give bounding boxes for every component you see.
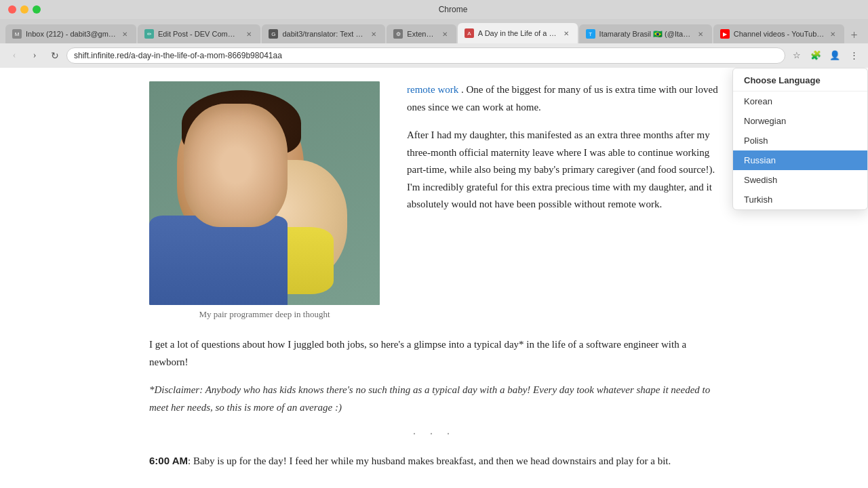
browser-chrome: Chrome M Inbox (212) - dabit3@gmail.co..… (0, 0, 868, 68)
address-bar[interactable]: shift.infinite.red/a-day-in-the-life-of-… (66, 47, 785, 64)
tab-favicon-itamaraty: T (586, 29, 595, 39)
tab-favicon-translator: G (269, 29, 278, 39)
time-text: : Baby is up for the day! I feed her whi… (188, 455, 671, 466)
tab-close-extensions[interactable]: ✕ (440, 29, 450, 39)
language-item-swedish[interactable]: Swedish (733, 170, 867, 190)
page-content: My pair programmer deep in thought remot… (0, 68, 868, 488)
tab-favicon-inbox: M (12, 29, 22, 39)
tab-close-inbox[interactable]: ✕ (120, 29, 130, 39)
tab-article[interactable]: A A Day in the Life of a Mom... ✕ (458, 23, 578, 43)
tab-itamaraty[interactable]: T Itamaraty Brasil 🇧🇷 (@Itamaral... ✕ (579, 24, 712, 43)
new-tab-button[interactable]: + (846, 27, 863, 43)
nav-bar: ‹ › ↻ shift.infinite.red/a-day-in-the-li… (0, 43, 868, 68)
maximize-button[interactable] (33, 5, 41, 14)
main-paragraph: After I had my daughter, this manifested… (407, 127, 719, 214)
window-title: Chrome (46, 5, 860, 14)
article-image (149, 81, 380, 305)
juggling-paragraph: I get a lot of questions about how I jug… (149, 336, 719, 371)
image-container: My pair programmer deep in thought (149, 81, 380, 320)
refresh-button[interactable]: ↻ (46, 47, 64, 64)
tab-extensions[interactable]: ⚙ Extensions ✕ (387, 24, 456, 43)
divider: · · · (149, 427, 719, 441)
time-label: 6:00 AM (149, 455, 188, 466)
dropdown-title: Choose Language (733, 68, 867, 92)
language-item-norwegian[interactable]: Norwegian (733, 111, 867, 131)
tab-close-itamaraty[interactable]: ✕ (696, 29, 705, 39)
tab-youtube[interactable]: ▶ Channel videos - YouTube Stu... ✕ (713, 24, 845, 43)
forward-button[interactable]: › (26, 47, 43, 64)
nav-icons: ☆ 🧩 👤 ⋮ (788, 47, 863, 64)
menu-icon[interactable]: ⋮ (845, 47, 863, 64)
tab-label-itamaraty: Itamaraty Brasil 🇧🇷 (@Itamaral... (599, 30, 692, 39)
tab-inbox[interactable]: M Inbox (212) - dabit3@gmail.co... ✕ (5, 24, 136, 43)
time-entry: 6:00 AM: Baby is up for the day! I feed … (149, 452, 719, 470)
tab-close-youtube[interactable]: ✕ (828, 29, 837, 39)
extension-icon[interactable]: 🧩 (807, 47, 825, 64)
tab-favicon-youtube: ▶ (720, 29, 730, 39)
image-caption: My pair programmer deep in thought (149, 309, 380, 320)
tab-favicon-article: A (465, 28, 474, 38)
article-layout: My pair programmer deep in thought remot… (149, 81, 719, 320)
tab-edit[interactable]: ✏ Edit Post - DEV Community... ✕ (138, 24, 260, 43)
tab-close-edit[interactable]: ✕ (244, 29, 254, 39)
tab-label-translator: dabit3/translator: Text transl... (282, 30, 365, 38)
traffic-lights (8, 5, 41, 14)
minimize-button[interactable] (20, 5, 28, 14)
tab-label-youtube: Channel videos - YouTube Stu... (734, 30, 825, 38)
language-item-polish[interactable]: Polish (733, 131, 867, 150)
language-item-russian[interactable]: Russian (733, 150, 867, 170)
close-button[interactable] (8, 5, 16, 14)
tab-close-article[interactable]: ✕ (561, 28, 571, 38)
tab-label-article: A Day in the Life of a Mom... (478, 29, 557, 37)
account-icon[interactable]: 👤 (826, 47, 844, 64)
tab-close-translator[interactable]: ✕ (369, 29, 378, 39)
title-bar: Chrome (0, 0, 868, 19)
tab-label-extensions: Extensions (407, 30, 436, 38)
disclaimer-paragraph: *Disclaimer: Anybody who has kids knows … (149, 382, 719, 416)
tabs-bar: M Inbox (212) - dabit3@gmail.co... ✕ ✏ E… (0, 19, 868, 43)
tab-favicon-extensions: ⚙ (393, 29, 403, 39)
language-dropdown: Choose Language Korean Norwegian Polish … (732, 68, 868, 210)
bookmark-icon[interactable]: ☆ (788, 47, 806, 64)
language-item-korean[interactable]: Korean (733, 92, 867, 111)
tab-favicon-edit: ✏ (144, 29, 154, 39)
tab-translator[interactable]: G dabit3/translator: Text transl... ✕ (262, 24, 385, 43)
intro-paragraph: remote work . One of the biggest for man… (407, 81, 719, 116)
tab-label-inbox: Inbox (212) - dabit3@gmail.co... (26, 30, 116, 38)
main-content: My pair programmer deep in thought remot… (122, 68, 746, 488)
language-item-turkish[interactable]: Turkish (733, 190, 867, 209)
back-button[interactable]: ‹ (5, 47, 23, 64)
tab-label-edit: Edit Post - DEV Community... (158, 30, 240, 38)
remote-work-link[interactable]: remote work (407, 84, 458, 95)
article-text-right: remote work . One of the biggest for man… (407, 81, 719, 320)
